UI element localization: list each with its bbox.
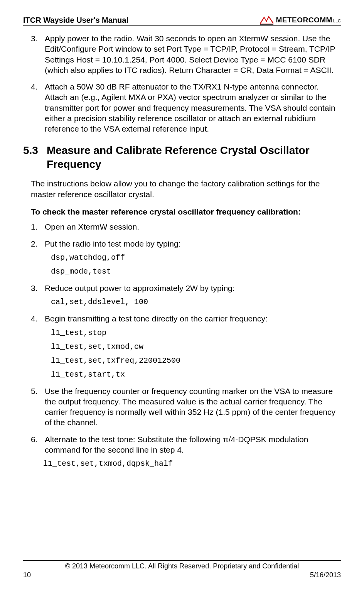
top-list: 3. Apply power to the radio. Wait 30 sec… xyxy=(23,33,341,134)
page: ITCR Wayside User's Manual METEORCOMMLLC… xyxy=(0,0,364,590)
logo-text: METEORCOMM xyxy=(276,16,332,24)
item-number: 4. xyxy=(31,313,38,324)
list-item: 3. Apply power to the radio. Wait 30 sec… xyxy=(45,33,341,75)
procedure-heading: To check the master reference crystal os… xyxy=(23,206,341,217)
intro-paragraph: The instructions below allow you to chan… xyxy=(23,178,341,199)
code-line: cal,set,ddslevel, 100 xyxy=(51,297,341,307)
item-number: 4. xyxy=(31,81,38,92)
item-number: 2. xyxy=(31,238,38,249)
item-number: 1. xyxy=(31,221,38,232)
section-heading: 5.3 Measure and Calibrate Reference Crys… xyxy=(23,144,341,172)
item-text: Open an XtermW session. xyxy=(45,222,139,231)
list-item: 1. Open an XtermW session. xyxy=(45,221,341,232)
steps-list: 1. Open an XtermW session. 2. Put the ra… xyxy=(23,221,341,469)
code-line: l1_test,set,txmod,cw xyxy=(51,342,341,352)
item-text: Alternate to the test tone: Substitute t… xyxy=(45,435,308,454)
item-number: 5. xyxy=(31,386,38,396)
code-line: l1_test,set,txmod,dqpsk_half xyxy=(43,459,341,469)
section-title: Measure and Calibrate Reference Crystal … xyxy=(47,144,341,172)
manual-title: ITCR Wayside User's Manual xyxy=(23,16,128,25)
logo-suffix: LLC xyxy=(333,19,341,23)
code-line: l1_test,start,tx xyxy=(51,370,341,380)
item-text: Apply power to the radio. Wait 30 second… xyxy=(45,34,335,74)
item-number: 6. xyxy=(31,434,38,445)
copyright-text: © 2013 Meteorcomm LLC. All Rights Reserv… xyxy=(23,562,341,570)
footer-date: 5/16/2013 xyxy=(310,571,341,579)
list-item: 2. Put the radio into test mode by typin… xyxy=(45,238,341,277)
list-item: 6. Alternate to the test tone: Substitut… xyxy=(45,434,341,469)
item-text: Begin transmitting a test tone directly … xyxy=(45,314,268,323)
body-content: 3. Apply power to the radio. Wait 30 sec… xyxy=(23,33,341,469)
page-footer: © 2013 Meteorcomm LLC. All Rights Reserv… xyxy=(23,560,341,579)
code-line: dsp_mode,test xyxy=(51,267,341,277)
code-line: dsp,watchdog,off xyxy=(51,253,341,263)
code-line: l1_test,stop xyxy=(51,328,341,338)
item-number: 3. xyxy=(31,283,38,293)
item-number: 3. xyxy=(31,33,38,44)
item-text: Use the frequency counter or frequency c… xyxy=(45,387,335,427)
item-text: Put the radio into test mode by typing: xyxy=(45,239,181,248)
list-item: 3. Reduce output power to approximately … xyxy=(45,283,341,307)
footer-meta: 10 5/16/2013 xyxy=(23,571,341,579)
list-item: 5. Use the frequency counter or frequenc… xyxy=(45,386,341,428)
list-item: 4. Begin transmitting a test tone direct… xyxy=(45,313,341,379)
code-line: l1_test,set,txfreq,220012500 xyxy=(51,356,341,366)
company-logo: METEORCOMMLLC xyxy=(260,15,341,25)
page-number: 10 xyxy=(23,571,31,579)
item-text: Reduce output power to approximately 2W … xyxy=(45,284,235,292)
list-item: 4. Attach a 50W 30 dB RF attenuator to t… xyxy=(45,81,341,134)
meteorcomm-logo-icon xyxy=(260,15,273,25)
item-text: Attach a 50W 30 dB RF attenuator to the … xyxy=(45,82,335,133)
page-header: ITCR Wayside User's Manual METEORCOMMLLC xyxy=(23,15,341,26)
section-number: 5.3 xyxy=(23,144,38,172)
